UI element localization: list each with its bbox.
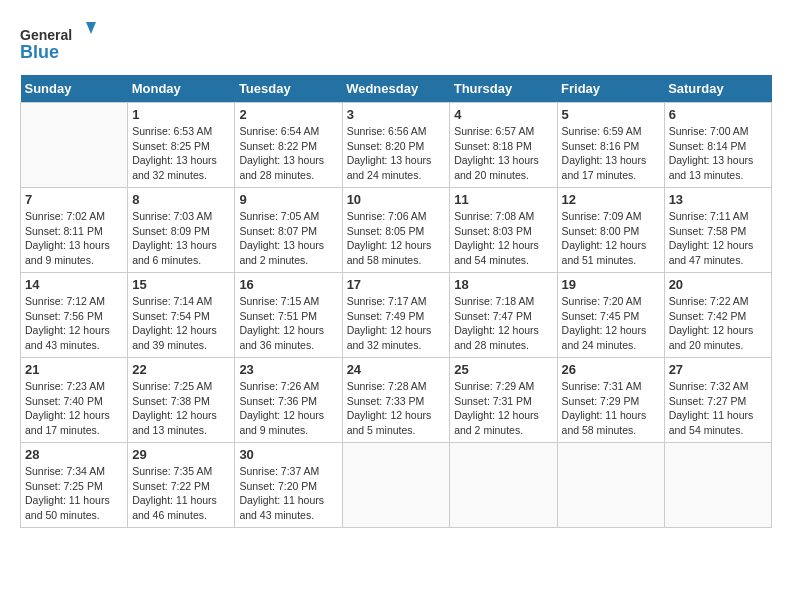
- calendar-cell: [342, 443, 450, 528]
- calendar-cell: 27Sunrise: 7:32 AMSunset: 7:27 PMDayligh…: [664, 358, 771, 443]
- day-info: Sunrise: 7:29 AMSunset: 7:31 PMDaylight:…: [454, 379, 552, 438]
- day-number: 29: [132, 447, 230, 462]
- day-number: 3: [347, 107, 446, 122]
- day-info: Sunrise: 7:31 AMSunset: 7:29 PMDaylight:…: [562, 379, 660, 438]
- calendar-cell: 9Sunrise: 7:05 AMSunset: 8:07 PMDaylight…: [235, 188, 342, 273]
- calendar-cell: 10Sunrise: 7:06 AMSunset: 8:05 PMDayligh…: [342, 188, 450, 273]
- day-info: Sunrise: 7:18 AMSunset: 7:47 PMDaylight:…: [454, 294, 552, 353]
- day-info: Sunrise: 7:08 AMSunset: 8:03 PMDaylight:…: [454, 209, 552, 268]
- day-number: 26: [562, 362, 660, 377]
- day-number: 14: [25, 277, 123, 292]
- day-number: 17: [347, 277, 446, 292]
- day-info: Sunrise: 6:59 AMSunset: 8:16 PMDaylight:…: [562, 124, 660, 183]
- calendar-cell: 18Sunrise: 7:18 AMSunset: 7:47 PMDayligh…: [450, 273, 557, 358]
- calendar-cell: 7Sunrise: 7:02 AMSunset: 8:11 PMDaylight…: [21, 188, 128, 273]
- col-header-friday: Friday: [557, 75, 664, 103]
- day-info: Sunrise: 7:37 AMSunset: 7:20 PMDaylight:…: [239, 464, 337, 523]
- day-number: 10: [347, 192, 446, 207]
- day-info: Sunrise: 7:14 AMSunset: 7:54 PMDaylight:…: [132, 294, 230, 353]
- day-info: Sunrise: 6:57 AMSunset: 8:18 PMDaylight:…: [454, 124, 552, 183]
- calendar-cell: 16Sunrise: 7:15 AMSunset: 7:51 PMDayligh…: [235, 273, 342, 358]
- day-info: Sunrise: 7:11 AMSunset: 7:58 PMDaylight:…: [669, 209, 767, 268]
- logo-svg: General Blue: [20, 20, 100, 65]
- day-info: Sunrise: 7:22 AMSunset: 7:42 PMDaylight:…: [669, 294, 767, 353]
- day-number: 2: [239, 107, 337, 122]
- day-number: 8: [132, 192, 230, 207]
- calendar-cell: 22Sunrise: 7:25 AMSunset: 7:38 PMDayligh…: [128, 358, 235, 443]
- day-number: 12: [562, 192, 660, 207]
- calendar-cell: 25Sunrise: 7:29 AMSunset: 7:31 PMDayligh…: [450, 358, 557, 443]
- calendar-cell: 28Sunrise: 7:34 AMSunset: 7:25 PMDayligh…: [21, 443, 128, 528]
- day-number: 4: [454, 107, 552, 122]
- day-number: 7: [25, 192, 123, 207]
- day-number: 9: [239, 192, 337, 207]
- calendar-cell: [21, 103, 128, 188]
- day-info: Sunrise: 7:12 AMSunset: 7:56 PMDaylight:…: [25, 294, 123, 353]
- day-info: Sunrise: 6:54 AMSunset: 8:22 PMDaylight:…: [239, 124, 337, 183]
- calendar-cell: 12Sunrise: 7:09 AMSunset: 8:00 PMDayligh…: [557, 188, 664, 273]
- calendar-cell: 4Sunrise: 6:57 AMSunset: 8:18 PMDaylight…: [450, 103, 557, 188]
- calendar-cell: 30Sunrise: 7:37 AMSunset: 7:20 PMDayligh…: [235, 443, 342, 528]
- day-number: 22: [132, 362, 230, 377]
- week-row-4: 21Sunrise: 7:23 AMSunset: 7:40 PMDayligh…: [21, 358, 772, 443]
- calendar-header-row: SundayMondayTuesdayWednesdayThursdayFrid…: [21, 75, 772, 103]
- col-header-sunday: Sunday: [21, 75, 128, 103]
- day-info: Sunrise: 6:56 AMSunset: 8:20 PMDaylight:…: [347, 124, 446, 183]
- day-number: 19: [562, 277, 660, 292]
- day-info: Sunrise: 7:32 AMSunset: 7:27 PMDaylight:…: [669, 379, 767, 438]
- day-number: 1: [132, 107, 230, 122]
- svg-text:General: General: [20, 27, 72, 43]
- day-number: 13: [669, 192, 767, 207]
- col-header-monday: Monday: [128, 75, 235, 103]
- day-info: Sunrise: 7:35 AMSunset: 7:22 PMDaylight:…: [132, 464, 230, 523]
- calendar-cell: 3Sunrise: 6:56 AMSunset: 8:20 PMDaylight…: [342, 103, 450, 188]
- day-info: Sunrise: 7:17 AMSunset: 7:49 PMDaylight:…: [347, 294, 446, 353]
- calendar-cell: 26Sunrise: 7:31 AMSunset: 7:29 PMDayligh…: [557, 358, 664, 443]
- calendar-table: SundayMondayTuesdayWednesdayThursdayFrid…: [20, 75, 772, 528]
- calendar-cell: 23Sunrise: 7:26 AMSunset: 7:36 PMDayligh…: [235, 358, 342, 443]
- day-number: 23: [239, 362, 337, 377]
- calendar-cell: [557, 443, 664, 528]
- day-info: Sunrise: 6:53 AMSunset: 8:25 PMDaylight:…: [132, 124, 230, 183]
- svg-text:Blue: Blue: [20, 42, 59, 62]
- day-number: 24: [347, 362, 446, 377]
- day-info: Sunrise: 7:02 AMSunset: 8:11 PMDaylight:…: [25, 209, 123, 268]
- svg-marker-2: [86, 22, 96, 34]
- calendar-cell: 17Sunrise: 7:17 AMSunset: 7:49 PMDayligh…: [342, 273, 450, 358]
- page-header: General Blue: [20, 20, 772, 65]
- col-header-saturday: Saturday: [664, 75, 771, 103]
- day-info: Sunrise: 7:00 AMSunset: 8:14 PMDaylight:…: [669, 124, 767, 183]
- calendar-cell: [664, 443, 771, 528]
- calendar-cell: 1Sunrise: 6:53 AMSunset: 8:25 PMDaylight…: [128, 103, 235, 188]
- col-header-wednesday: Wednesday: [342, 75, 450, 103]
- col-header-thursday: Thursday: [450, 75, 557, 103]
- calendar-cell: 8Sunrise: 7:03 AMSunset: 8:09 PMDaylight…: [128, 188, 235, 273]
- day-number: 6: [669, 107, 767, 122]
- day-number: 5: [562, 107, 660, 122]
- calendar-cell: 29Sunrise: 7:35 AMSunset: 7:22 PMDayligh…: [128, 443, 235, 528]
- calendar-cell: 6Sunrise: 7:00 AMSunset: 8:14 PMDaylight…: [664, 103, 771, 188]
- day-info: Sunrise: 7:26 AMSunset: 7:36 PMDaylight:…: [239, 379, 337, 438]
- calendar-cell: 5Sunrise: 6:59 AMSunset: 8:16 PMDaylight…: [557, 103, 664, 188]
- calendar-cell: 24Sunrise: 7:28 AMSunset: 7:33 PMDayligh…: [342, 358, 450, 443]
- day-number: 18: [454, 277, 552, 292]
- day-info: Sunrise: 7:09 AMSunset: 8:00 PMDaylight:…: [562, 209, 660, 268]
- calendar-cell: 13Sunrise: 7:11 AMSunset: 7:58 PMDayligh…: [664, 188, 771, 273]
- day-info: Sunrise: 7:06 AMSunset: 8:05 PMDaylight:…: [347, 209, 446, 268]
- day-number: 16: [239, 277, 337, 292]
- week-row-1: 1Sunrise: 6:53 AMSunset: 8:25 PMDaylight…: [21, 103, 772, 188]
- calendar-cell: 21Sunrise: 7:23 AMSunset: 7:40 PMDayligh…: [21, 358, 128, 443]
- col-header-tuesday: Tuesday: [235, 75, 342, 103]
- day-number: 25: [454, 362, 552, 377]
- day-number: 20: [669, 277, 767, 292]
- day-info: Sunrise: 7:23 AMSunset: 7:40 PMDaylight:…: [25, 379, 123, 438]
- week-row-5: 28Sunrise: 7:34 AMSunset: 7:25 PMDayligh…: [21, 443, 772, 528]
- logo: General Blue: [20, 20, 100, 65]
- day-info: Sunrise: 7:15 AMSunset: 7:51 PMDaylight:…: [239, 294, 337, 353]
- calendar-cell: 11Sunrise: 7:08 AMSunset: 8:03 PMDayligh…: [450, 188, 557, 273]
- day-number: 28: [25, 447, 123, 462]
- day-info: Sunrise: 7:25 AMSunset: 7:38 PMDaylight:…: [132, 379, 230, 438]
- day-info: Sunrise: 7:28 AMSunset: 7:33 PMDaylight:…: [347, 379, 446, 438]
- week-row-3: 14Sunrise: 7:12 AMSunset: 7:56 PMDayligh…: [21, 273, 772, 358]
- day-number: 11: [454, 192, 552, 207]
